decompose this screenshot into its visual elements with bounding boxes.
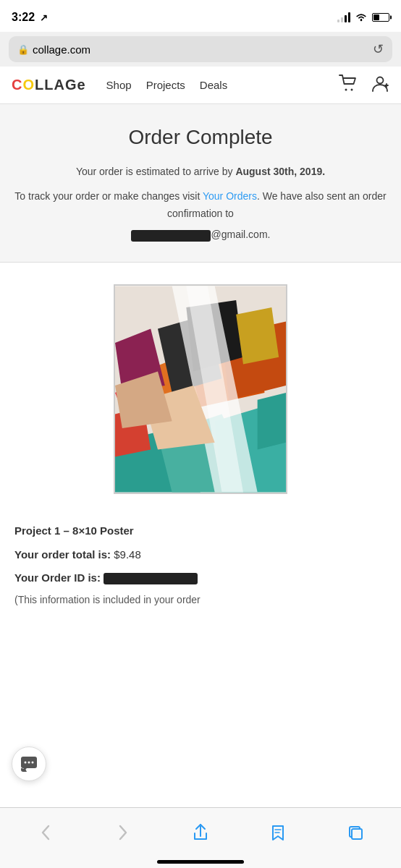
project-type: 8×10 Poster (72, 524, 134, 537)
svg-marker-21 (258, 393, 286, 450)
back-button[interactable] (30, 817, 62, 848)
order-id-redacted (104, 573, 198, 584)
nav-deals[interactable]: Deals (200, 79, 227, 91)
svg-point-3 (377, 77, 384, 83)
product-image-frame (114, 284, 287, 494)
home-indicator (157, 860, 244, 864)
abstract-art-image (115, 286, 286, 493)
url-text: collage.com (33, 43, 90, 56)
signal-strength-icon (337, 12, 350, 22)
svg-point-0 (360, 19, 363, 21)
account-icon[interactable] (371, 75, 389, 96)
battery-icon (372, 13, 389, 22)
svg-rect-32 (352, 829, 362, 839)
bookmarks-button[interactable] (262, 817, 294, 848)
nav-shop[interactable]: Shop (106, 79, 132, 91)
your-orders-link[interactable]: Your Orders (203, 190, 257, 202)
status-bar: 3:22 ↗ (0, 0, 401, 32)
address-bar[interactable]: 🔒 collage.com ↺ (9, 36, 392, 62)
nav-projects[interactable]: Projects (146, 79, 185, 91)
address-bar-container: 🔒 collage.com ↺ (0, 32, 401, 67)
forward-button[interactable] (107, 817, 139, 848)
order-total-line: Your order total is: $9.48 (14, 547, 387, 563)
svg-point-26 (25, 762, 27, 764)
cart-icon[interactable] (339, 75, 358, 96)
email-redacted (131, 230, 211, 242)
order-id-label: Your Order ID is: (14, 571, 104, 584)
order-total-amount: $9.48 (114, 548, 141, 561)
chat-icon (20, 755, 38, 773)
order-details: Project 1 – 8×10 Poster Your order total… (0, 509, 401, 613)
order-header: Order Complete Your order is estimated t… (0, 104, 401, 263)
nav-icons (339, 75, 389, 96)
nav-bar: COLLAGe Shop Projects Deals (0, 67, 401, 104)
project-line: Project 1 – 8×10 Poster (14, 523, 387, 540)
status-time: 3:22 ↗ (12, 11, 48, 24)
bottom-toolbar (0, 807, 401, 868)
order-id-line: Your Order ID is: (14, 570, 387, 587)
track-line: To track your order or make changes visi… (14, 188, 387, 223)
location-icon: ↗ (40, 12, 48, 23)
logo[interactable]: COLLAGe (12, 77, 86, 93)
estimate-line: Your order is estimated to arrive by Aug… (14, 163, 387, 181)
chat-widget[interactable] (12, 746, 46, 781)
tabs-button[interactable] (339, 817, 371, 848)
project-label: Project 1 (14, 524, 60, 537)
order-title: Order Complete (14, 126, 387, 149)
logo-rest: LLAGe (35, 77, 86, 93)
svg-marker-19 (236, 307, 279, 365)
logo-o: O (22, 77, 35, 93)
order-info: Your order is estimated to arrive by Aug… (14, 163, 387, 244)
product-section (0, 263, 401, 509)
reload-icon[interactable]: ↺ (373, 41, 384, 57)
estimate-date: August 30th, 2019. (235, 166, 325, 177)
svg-point-27 (28, 762, 30, 764)
svg-point-2 (351, 88, 353, 90)
email-line: @gmail.com. (14, 226, 387, 244)
share-button[interactable] (185, 817, 216, 848)
status-icons (337, 12, 389, 24)
svg-point-28 (32, 762, 34, 764)
project-separator: – (60, 524, 72, 537)
order-total-label: Your order total is: (14, 548, 114, 561)
detail-note: (This information is included in your or… (14, 594, 387, 605)
wifi-icon (355, 12, 368, 24)
svg-point-1 (345, 88, 347, 90)
address-bar-left: 🔒 collage.com (17, 43, 90, 56)
logo-c: C (12, 77, 22, 93)
lock-icon: 🔒 (17, 44, 29, 55)
